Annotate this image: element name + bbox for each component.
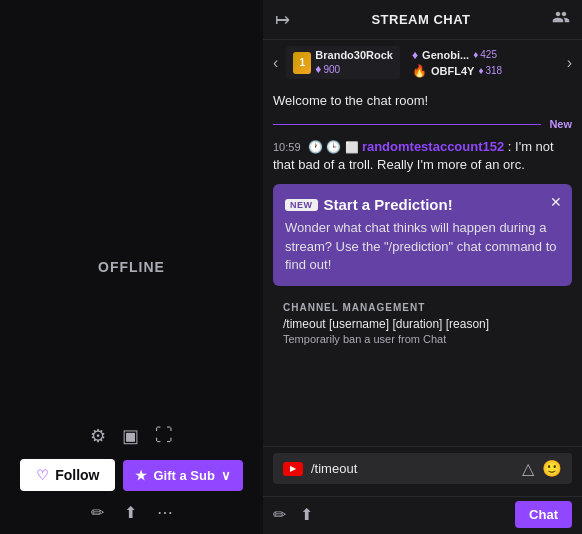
viewer-card-1: Brando30Rock ♦ 900 — [286, 46, 400, 79]
viewer-arrow-left[interactable]: ‹ — [273, 54, 278, 72]
new-label: New — [549, 118, 572, 130]
diamond-icon-2: ♦ — [412, 48, 418, 62]
chat-username: randomtestaccount152 — [362, 139, 504, 154]
viewer-points-1: ♦ 900 — [315, 62, 393, 76]
chat-send-button[interactable]: Chat — [515, 501, 572, 528]
bottom-pencil-icon[interactable]: ✏ — [273, 505, 286, 524]
gift-sub-button[interactable]: ★ Gift a Sub ∨ — [123, 460, 242, 491]
pencil-icon[interactable]: ✏ — [91, 503, 104, 522]
chat-welcome: Welcome to the chat room! — [273, 93, 572, 108]
prediction-new-badge: NEW — [285, 199, 318, 211]
viewers-row: ‹ Brando30Rock ♦ 900 ♦ Genobi... ♦ 425 — [263, 40, 582, 85]
viewer-bits-1: Brando30Rock ♦ 900 — [315, 49, 393, 76]
channel-mgmt-command: /timeout [username] [duration] [reason] — [283, 317, 562, 331]
up-arrow-icon[interactable]: △ — [522, 459, 534, 478]
chat-back-icon[interactable]: ↦ — [275, 9, 290, 31]
chat-bottom-strip: ✏ ⬆ Chat — [263, 496, 582, 534]
viewer-badge-1 — [293, 52, 311, 74]
channel-mgmt-title: CHANNEL MANAGEMENT — [283, 302, 562, 313]
share-icon[interactable]: ⬆ — [124, 503, 137, 522]
fullscreen-icon[interactable]: ⛶ — [155, 425, 173, 447]
follow-button[interactable]: ♡ Follow — [20, 459, 115, 491]
camera-icon — [283, 462, 303, 476]
divider-line — [273, 124, 541, 125]
chevron-down-icon: ∨ — [221, 468, 231, 483]
gift-label: Gift a Sub — [153, 468, 214, 483]
prediction-header: NEW Start a Prediction! — [285, 196, 560, 213]
chat-header: ↦ STREAM CHAT — [263, 0, 582, 40]
chat-input-actions: △ 🙂 — [522, 459, 562, 478]
heart-icon: ♡ — [36, 467, 49, 483]
prediction-body: Wonder what chat thinks will happen duri… — [285, 219, 560, 274]
chat-body: Welcome to the chat room! New 10:59 🕐 🕒 … — [263, 85, 582, 446]
left-panel: OFFLINE ⚙ ▣ ⛶ ♡ Follow ★ Gift a Sub ∨ ✏ … — [0, 0, 263, 534]
settings-icon[interactable]: ⚙ — [90, 425, 106, 447]
fire-icon: 🔥 — [412, 64, 427, 78]
viewer-arrow-right[interactable]: › — [567, 54, 572, 72]
viewer-group-2: ♦ Genobi... ♦ 425 🔥 OBFL4Y ♦ 318 — [412, 48, 502, 78]
bottom-share-icon[interactable]: ⬆ — [300, 505, 313, 524]
layout-icon[interactable]: ▣ — [122, 425, 139, 447]
emoji-icon[interactable]: 🙂 — [542, 459, 562, 478]
viewer-points-3: ♦ 318 — [478, 65, 502, 76]
diamond-icon-3: ♦ — [478, 65, 483, 76]
viewer-name-2: Genobi... — [422, 49, 469, 61]
offline-label: OFFLINE — [98, 259, 165, 275]
vip-icon: ⬜ — [345, 141, 362, 153]
follow-label: Follow — [55, 467, 99, 483]
chat-new-divider: New — [273, 118, 572, 130]
chat-users-icon[interactable] — [552, 8, 570, 31]
prediction-card: NEW Start a Prediction! ✕ Wonder what ch… — [273, 184, 572, 286]
viewer-name-1: Brando30Rock — [315, 49, 393, 61]
channel-mgmt-desc: Temporarily ban a user from Chat — [283, 333, 562, 345]
prediction-title: Start a Prediction! — [324, 196, 453, 213]
chat-message-1: 10:59 🕐 🕒 ⬜ randomtestaccount152 : I'm n… — [273, 138, 572, 174]
left-actions: ♡ Follow ★ Gift a Sub ∨ — [20, 459, 243, 491]
star-icon: ★ — [135, 468, 147, 483]
viewer-name-3: OBFL4Y — [431, 65, 474, 77]
channel-management: CHANNEL MANAGEMENT /timeout [username] [… — [273, 296, 572, 353]
diamond-icon-1: ♦ — [315, 62, 321, 76]
diamond-icon-2b: ♦ — [473, 49, 478, 60]
chat-input[interactable] — [311, 461, 514, 476]
prediction-close-button[interactable]: ✕ — [550, 194, 562, 210]
chat-input-area: △ 🙂 — [263, 446, 582, 496]
more-icon[interactable]: ⋯ — [157, 503, 173, 522]
message-time: 10:59 — [273, 141, 301, 153]
left-edit-icons: ✏ ⬆ ⋯ — [91, 503, 173, 522]
chat-input-row: △ 🙂 — [273, 453, 572, 484]
clock-icon: 🕐 🕒 — [308, 140, 345, 154]
chat-panel: ↦ STREAM CHAT ‹ Brando30Rock ♦ 900 ♦ Gen… — [263, 0, 582, 534]
chat-title: STREAM CHAT — [371, 12, 470, 27]
viewer-points-2: ♦ 425 — [473, 49, 497, 60]
left-bottom-icons: ⚙ ▣ ⛶ — [90, 425, 173, 447]
chat-bottom-left-icons: ✏ ⬆ — [273, 505, 313, 524]
